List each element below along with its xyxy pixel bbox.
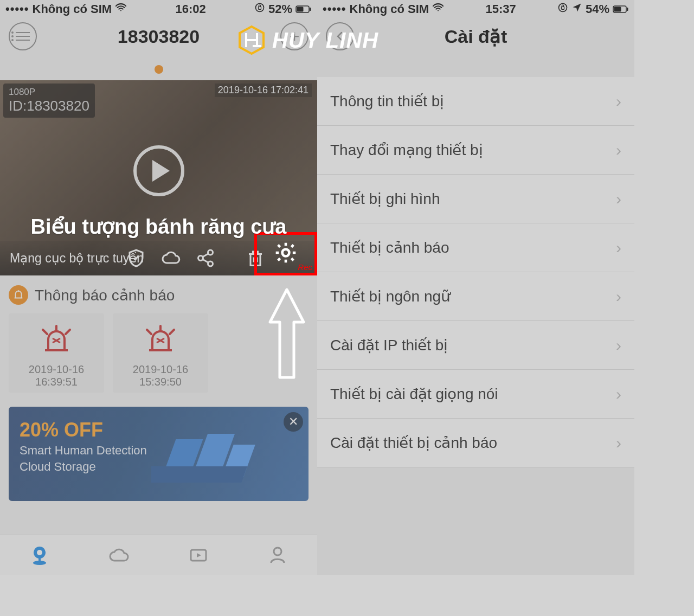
cloud-icon <box>108 544 130 566</box>
play-icon <box>152 160 170 182</box>
banner-illustration <box>151 418 276 493</box>
svg-rect-23 <box>614 7 621 12</box>
chevron-right-icon: › <box>616 239 621 257</box>
person-icon <box>267 544 288 566</box>
svg-point-5 <box>208 250 213 255</box>
svg-point-15 <box>37 550 42 555</box>
settings-item-ip[interactable]: Cài đặt IP thiết bị› <box>317 321 634 370</box>
time-label: 16:02 <box>175 2 205 16</box>
video-preview[interactable]: 1080P ID:18303820 2019-10-16 17:02:41 Mạ… <box>0 80 317 275</box>
svg-rect-3 <box>297 7 304 12</box>
alert-timestamp: 2019-10-16 15:39:50 <box>113 363 208 388</box>
tab-video[interactable] <box>188 544 209 566</box>
battery-percent: 52% <box>268 2 292 16</box>
arrow-up-icon <box>268 287 306 382</box>
close-icon[interactable]: ✕ <box>284 412 303 432</box>
alert-timestamp: 2019-10-16 16:39:51 <box>9 363 104 388</box>
page-title: Cài đặt <box>445 25 507 47</box>
chevron-right-icon: › <box>616 434 621 452</box>
svg-point-7 <box>208 261 213 266</box>
battery-icon <box>613 2 629 16</box>
settings-item-voice[interactable]: Thiết bị cài đặt giọng nói› <box>317 370 634 419</box>
tabbar <box>0 535 317 575</box>
phone-right: ••••• Không có SIM 15:37 54% <box>317 0 634 575</box>
shield-icon[interactable] <box>126 248 146 268</box>
phone-left: ••••• Không có SIM 16:02 52% 1 <box>0 0 317 575</box>
connection-status: Mạng cục bộ trực tuyến <box>10 251 144 266</box>
siren-icon <box>142 324 179 354</box>
chevron-right-icon: › <box>616 190 621 208</box>
svg-rect-13 <box>151 466 247 483</box>
svg-rect-1 <box>258 7 261 9</box>
signal-dots-icon: ••••• <box>323 2 346 16</box>
chevron-right-icon: › <box>616 385 621 403</box>
rotation-lock-icon <box>557 2 568 16</box>
svg-point-6 <box>198 256 203 261</box>
alert-card[interactable]: 2019-10-16 15:39:50 <box>113 313 208 393</box>
settings-item-alert[interactable]: Thiết bị cảnh báo› <box>317 223 634 272</box>
rotation-lock-icon <box>254 2 265 16</box>
time-label: 15:37 <box>485 2 516 16</box>
chevron-right-icon: › <box>616 141 621 159</box>
settings-item-change-network[interactable]: Thay đổi mạng thiết bị› <box>317 126 634 175</box>
carrier-label: Không có SIM <box>350 2 429 16</box>
rec-label: Rec <box>298 262 312 272</box>
settings-list: Thông tin thiết bị› Thay đổi mạng thiết … <box>317 77 634 467</box>
play-button[interactable] <box>133 145 184 196</box>
logo-icon <box>236 25 267 55</box>
tab-cloud[interactable] <box>108 544 130 566</box>
battery-icon <box>295 2 312 16</box>
chevron-right-icon: › <box>616 92 621 111</box>
resolution-badge: 1080P ID:18303820 <box>3 84 95 118</box>
location-icon <box>571 2 582 16</box>
settings-item-language[interactable]: Thiết bị ngôn ngữ› <box>317 272 634 321</box>
indicator-dot <box>155 65 163 74</box>
alert-badge-icon <box>9 285 28 305</box>
logo-text: HUY LINH <box>272 28 378 53</box>
statusbar-right: ••••• Không có SIM 15:37 54% <box>317 0 634 18</box>
tab-devices[interactable] <box>29 544 50 566</box>
settings-item-recording[interactable]: Thiết bị ghi hình› <box>317 175 634 223</box>
battery-percent: 54% <box>586 2 609 16</box>
svg-point-8 <box>282 249 290 256</box>
camera-icon <box>29 544 50 566</box>
carrier-label: Không có SIM <box>33 2 112 16</box>
svg-rect-4 <box>310 8 311 11</box>
siren-icon <box>37 324 75 354</box>
statusbar-left: ••••• Không có SIM 16:02 52% <box>0 0 317 18</box>
promo-banner[interactable]: ✕ 20% OFF Smart Human Detection Cloud St… <box>9 407 309 501</box>
gear-highlight-box: Rec <box>254 232 317 275</box>
gear-icon[interactable] <box>274 241 298 267</box>
settings-item-device-info[interactable]: Thông tin thiết bị› <box>317 77 634 126</box>
watermark-logo: HUY LINH <box>236 25 378 55</box>
settings-item-alert-settings[interactable]: Cài đặt thiết bị cảnh báo› <box>317 419 634 467</box>
wifi-icon <box>432 2 444 17</box>
alert-section-title: Thông báo cảnh báo <box>35 286 175 304</box>
alert-card[interactable]: 2019-10-16 16:39:51 <box>9 313 104 393</box>
annotation-label: Biểu tượng bánh răng cưa <box>0 215 317 239</box>
svg-point-9 <box>18 290 20 292</box>
signal-dots-icon: ••••• <box>5 2 29 16</box>
menu-button[interactable] <box>9 22 37 50</box>
menu-icon <box>16 32 30 41</box>
svg-point-19 <box>274 548 281 555</box>
svg-rect-21 <box>561 7 564 9</box>
video-timestamp: 2019-10-16 17:02:41 <box>215 84 312 97</box>
video-icon <box>188 544 209 566</box>
device-title: 18303820 <box>118 26 200 47</box>
tab-profile[interactable] <box>267 544 288 566</box>
chevron-right-icon: › <box>616 287 621 306</box>
cloud-icon[interactable] <box>161 248 181 268</box>
svg-rect-24 <box>627 8 628 11</box>
share-icon[interactable] <box>196 248 215 268</box>
wifi-icon <box>115 2 127 17</box>
svg-rect-17 <box>38 557 41 562</box>
chevron-right-icon: › <box>616 336 621 355</box>
